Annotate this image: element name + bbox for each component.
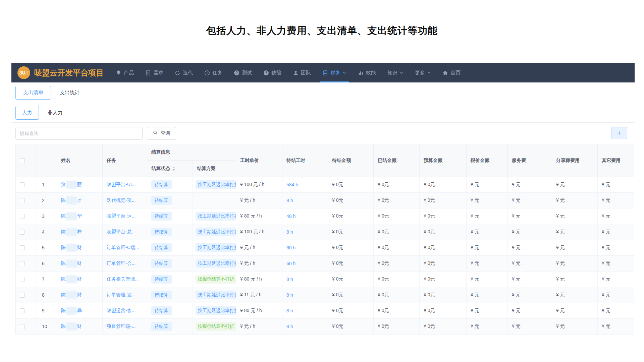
quote-amount-value: ¥ 元 (467, 240, 508, 256)
expense-tabs-row: 支出清单 支出统计 (11, 82, 635, 103)
quote-amount-value: ¥ 元 (467, 287, 508, 303)
pending-hours-link[interactable]: 8 h (286, 292, 293, 298)
settle-plan-badge: 按工期延迟比率打折 (196, 306, 236, 315)
table-header: 姓名 任务 结算信息 工时单价 待结工时 待结金额 已结金额 预算金额 报价金额… (16, 144, 634, 177)
member-name-link[interactable]: 陈财 (61, 323, 82, 329)
member-name-link[interactable]: 陈财 (61, 276, 82, 282)
column-header-share-fee: 分享赚费用 (552, 144, 598, 177)
page-title: 包括人力、非人力费用、支出清单、支出统计等功能 (0, 24, 644, 38)
pending-hours-link[interactable]: 8 h (286, 324, 293, 329)
budget-amount-value: ¥ 0元 (420, 193, 467, 208)
redacted-name (66, 322, 77, 330)
finance-icon (322, 70, 328, 76)
share-fee-value: ¥ 元 (552, 193, 598, 208)
pending-amount-value: ¥ 0元 (328, 224, 374, 240)
service-fee-value: ¥ 元 (508, 287, 552, 303)
question-circle-icon: ? (263, 70, 269, 76)
nav-item-任务[interactable]: 任务 (204, 63, 222, 82)
quote-amount-value: ¥ 元 (467, 208, 508, 224)
select-all-checkbox[interactable] (20, 158, 25, 163)
nav-item-效能[interactable]: 效能 (358, 63, 376, 82)
toolbar: 查询 (11, 123, 635, 144)
svg-text:?: ? (235, 71, 237, 75)
nav-item-测试[interactable]: ?测试 (234, 63, 252, 82)
pending-hours-link[interactable]: 584 h (286, 182, 298, 187)
nav-menu: 产品需求迭代任务?测试?缺陷团队财务效能知识更多首页 (116, 63, 461, 82)
pending-hours-link[interactable]: 8 h (286, 198, 293, 203)
member-name-link[interactable]: 陈桦 (61, 229, 82, 234)
pending-hours-link[interactable]: 8 h (286, 308, 293, 313)
task-link[interactable]: 项目管理端-... (107, 323, 136, 329)
other-fee-value: ¥ 元 (598, 193, 634, 208)
column-header-task: 任务 (103, 144, 147, 177)
labor-tabs-row: 人力 非人力 (11, 103, 635, 123)
row-checkbox[interactable] (20, 182, 25, 187)
nav-item-缺陷[interactable]: ?缺陷 (263, 63, 281, 82)
hour-rate-value: ¥ 元 / h (236, 319, 282, 335)
row-checkbox[interactable] (20, 230, 25, 235)
member-name-link[interactable]: 陈财 (61, 292, 82, 297)
nav-item-团队[interactable]: 团队 (293, 63, 311, 82)
row-checkbox[interactable] (20, 261, 25, 266)
row-index: 5 (37, 240, 57, 256)
row-index: 4 (37, 224, 57, 240)
pending-hours-link[interactable]: 8 h (286, 229, 293, 235)
search-button[interactable]: 查询 (147, 127, 176, 140)
other-fee-value: ¥ 元 (598, 272, 634, 287)
task-link[interactable]: 唛盟运营-客... (107, 308, 136, 313)
task-link[interactable]: 唛盟平台-总... (107, 229, 136, 234)
table-row: 9陈桦唛盟运营-客...待结算按工期延迟比率打折¥ 80 元 / h8 h¥ 0… (16, 303, 634, 319)
row-checkbox[interactable] (20, 308, 25, 313)
settled-amount-value: ¥ 0元 (374, 303, 420, 319)
column-header-name: 姓名 (57, 144, 103, 177)
nav-item-首页[interactable]: 首页 (442, 63, 461, 82)
task-link[interactable]: 订单管理-发... (107, 292, 136, 297)
sort-icon[interactable] (172, 167, 175, 171)
member-name-link[interactable]: 陈华 (61, 213, 82, 219)
user-icon (293, 70, 299, 76)
column-header-settled-amount: 已结金额 (374, 144, 420, 177)
budget-amount-value: ¥ 0元 (420, 319, 467, 335)
tab-expense-list[interactable]: 支出清单 (15, 86, 51, 100)
settle-plan-badge: 按工期延迟比率打折 (196, 291, 236, 299)
task-link[interactable]: 订单管理-C端... (107, 245, 139, 250)
budget-amount-value: ¥ 0元 (420, 272, 467, 287)
tab-labor[interactable]: 人力 (15, 106, 39, 120)
row-checkbox[interactable] (20, 277, 25, 282)
add-button[interactable] (611, 127, 627, 139)
pending-hours-link[interactable]: 60 h (286, 261, 296, 266)
row-checkbox[interactable] (20, 293, 25, 298)
nav-item-label: 更多 (415, 70, 425, 76)
task-link[interactable]: 迭代概览-项... (107, 197, 136, 203)
row-checkbox[interactable] (20, 214, 25, 219)
pending-amount-value: ¥ 0元 (328, 193, 374, 208)
member-name-link[interactable]: 詹丽 (61, 182, 82, 187)
nav-item-知识[interactable]: 知识 (387, 63, 404, 82)
pending-hours-link[interactable]: 48 h (286, 214, 296, 219)
tab-non-labor[interactable]: 非人力 (48, 110, 63, 116)
task-link[interactable]: 任务相关管理... (107, 276, 139, 282)
nav-item-财务[interactable]: 财务 (322, 63, 346, 82)
member-name-link[interactable]: 陈桦 (61, 308, 82, 313)
column-header-settle-status: 结算状态 (147, 161, 193, 177)
nav-item-更多[interactable]: 更多 (415, 63, 431, 82)
task-link[interactable]: 唛盟平台-运... (107, 213, 136, 219)
row-checkbox[interactable] (20, 198, 25, 203)
row-checkbox[interactable] (20, 245, 25, 250)
pending-hours-link[interactable]: 8 h (286, 277, 293, 282)
member-name-link[interactable]: 陈财 (61, 245, 82, 250)
task-link[interactable]: 唛盟平台-UI... (107, 182, 136, 187)
nav-item-label: 首页 (450, 70, 461, 76)
pending-hours-link[interactable]: 60 h (286, 245, 296, 250)
task-link[interactable]: 订单管理-会... (107, 260, 136, 266)
tab-expense-stats[interactable]: 支出统计 (60, 89, 80, 96)
other-fee-value: ¥ 元 (598, 303, 634, 319)
settle-status-badge: 待结算 (151, 212, 172, 221)
nav-item-产品[interactable]: 产品 (116, 63, 134, 82)
search-input[interactable] (15, 127, 143, 140)
nav-item-迭代[interactable]: 迭代 (175, 63, 193, 82)
row-checkbox[interactable] (20, 324, 25, 329)
member-name-link[interactable]: 陈才 (61, 197, 82, 203)
member-name-link[interactable]: 陈财 (61, 260, 82, 266)
nav-item-需求[interactable]: 需求 (145, 63, 163, 82)
